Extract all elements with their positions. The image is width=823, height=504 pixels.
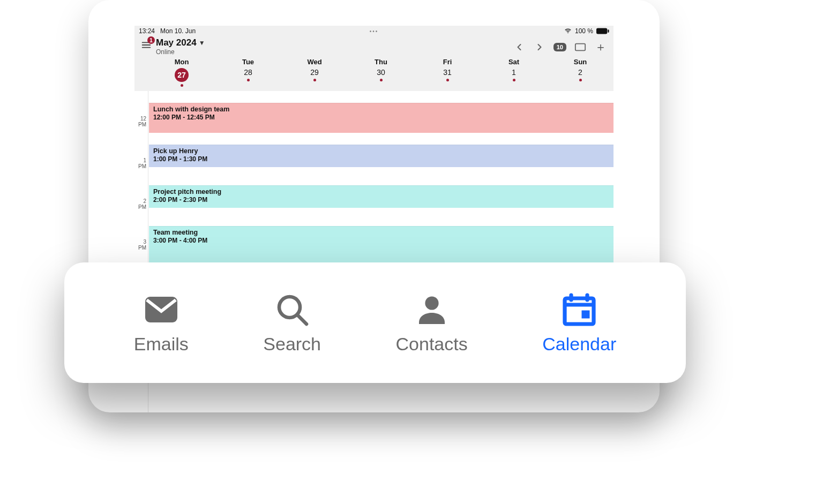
day-number: 1 [512, 68, 516, 77]
event-item[interactable]: Lunch with design team 12:00 PM - 12:45 … [149, 103, 613, 133]
day-dot-icon [579, 79, 582, 81]
day-name: Wed [307, 58, 321, 66]
day-dot-icon [513, 79, 515, 81]
nav-label: Emails [134, 334, 189, 355]
day-column-fri[interactable]: Fri 31 [414, 58, 481, 87]
time-hour: 12 [138, 116, 146, 122]
status-subtitle: Online [156, 48, 205, 56]
time-meridiem: PM [138, 245, 146, 251]
day-column-tue[interactable]: Tue 28 [215, 58, 281, 87]
event-item[interactable]: Pick up Henry 1:00 PM - 1:30 PM [149, 145, 613, 167]
status-battery-text: 100 % [575, 27, 593, 35]
prev-button[interactable] [513, 41, 526, 54]
time-meridiem: PM [138, 204, 146, 210]
svg-point-0 [567, 33, 568, 33]
day-column-sat[interactable]: Sat 1 [481, 58, 547, 87]
day-dot-icon [181, 84, 183, 87]
day-name: Tue [242, 58, 254, 66]
view-toggle-button[interactable] [574, 41, 587, 54]
status-date: Mon 10. Jun [160, 27, 196, 35]
contacts-icon [413, 291, 451, 328]
day-name: Thu [375, 58, 387, 66]
month-selector[interactable]: May 2024 ▼ [156, 37, 205, 48]
wifi-icon [564, 27, 572, 35]
day-number: 27 [175, 68, 189, 82]
day-column-mon[interactable]: Mon 27 [148, 58, 215, 87]
svg-point-10 [425, 296, 438, 310]
menu-badge: 1 [147, 36, 155, 44]
day-dot-icon [247, 79, 250, 81]
status-bar: 13:24 Mon 10. Jun ••• 100 % [134, 26, 613, 36]
calendar-header: 1 May 2024 ▼ Online 10 [134, 36, 613, 56]
next-button[interactable] [533, 41, 546, 54]
status-time: 13:24 [139, 27, 155, 35]
event-time: 12:00 PM - 12:45 PM [153, 114, 609, 121]
mail-icon [142, 291, 181, 328]
event-title: Team meeting [153, 229, 609, 236]
day-number: 31 [443, 68, 452, 77]
time-hour: 2 [138, 198, 146, 204]
day-name: Sat [508, 58, 519, 66]
nav-label: Search [263, 334, 321, 355]
nav-calendar[interactable]: Calendar [542, 291, 616, 355]
event-title: Pick up Henry [153, 147, 609, 155]
day-number: 28 [244, 68, 252, 77]
event-time: 1:00 PM - 1:30 PM [153, 155, 609, 163]
month-title: May 2024 [156, 37, 197, 48]
status-dots: ••• [370, 28, 379, 34]
svg-rect-1 [596, 28, 607, 34]
day-column-thu[interactable]: Thu 30 [348, 58, 414, 87]
add-event-button[interactable]: ＋ [594, 41, 607, 54]
event-item[interactable]: Project pitch meeting 2:00 PM - 2:30 PM [149, 185, 613, 208]
event-time: 2:00 PM - 2:30 PM [153, 196, 609, 204]
time-hour: 1 [138, 157, 146, 163]
svg-line-9 [298, 315, 307, 325]
svg-rect-2 [608, 29, 609, 33]
svg-rect-6 [575, 44, 585, 51]
day-column-wed[interactable]: Wed 29 [281, 58, 348, 87]
event-title: Project pitch meeting [153, 188, 609, 195]
nav-search[interactable]: Search [263, 291, 321, 355]
today-button[interactable]: 10 [553, 43, 566, 51]
event-title: Lunch with design team [153, 106, 609, 113]
event-item[interactable]: Team meeting 3:00 PM - 4:00 PM [149, 226, 613, 267]
nav-emails[interactable]: Emails [134, 291, 189, 355]
day-dot-icon [313, 79, 316, 81]
day-name: Mon [175, 58, 189, 66]
day-name: Fri [443, 58, 452, 66]
nav-label: Calendar [542, 334, 616, 355]
calendar-icon [560, 291, 598, 328]
search-icon [273, 291, 311, 328]
bottom-nav: Emails Search Contacts Calendar [64, 262, 686, 383]
time-hour: 3 [138, 239, 146, 245]
day-number: 2 [578, 68, 582, 77]
nav-contacts[interactable]: Contacts [396, 291, 468, 355]
chevron-down-icon: ▼ [199, 39, 205, 47]
week-header: Mon 27 Tue 28 Wed 29 Thu 30 Fri 31 [134, 56, 613, 91]
day-number: 29 [310, 68, 319, 77]
day-column-sun[interactable]: Sun 2 [547, 58, 613, 87]
day-dot-icon [380, 79, 383, 81]
battery-icon [596, 28, 609, 34]
day-name: Sun [574, 58, 587, 66]
day-dot-icon [446, 79, 449, 81]
svg-rect-15 [582, 311, 590, 319]
nav-label: Contacts [396, 334, 468, 355]
event-time: 3:00 PM - 4:00 PM [153, 237, 609, 244]
menu-button[interactable]: 1 [139, 37, 154, 52]
time-meridiem: PM [138, 163, 146, 169]
time-meridiem: PM [138, 122, 146, 127]
day-number: 30 [377, 68, 385, 77]
